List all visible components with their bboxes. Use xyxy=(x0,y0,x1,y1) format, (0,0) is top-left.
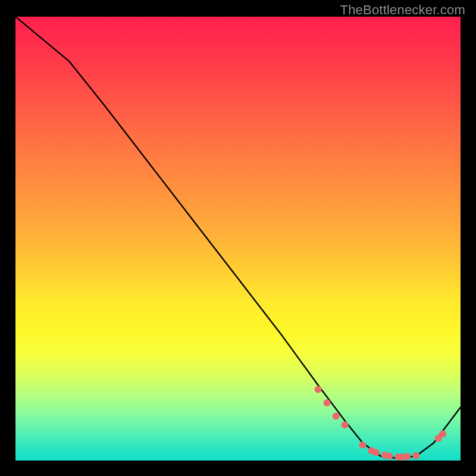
highlight-dot xyxy=(342,421,349,428)
highlight-dot xyxy=(386,453,393,460)
highlight-dot xyxy=(315,386,322,393)
watermark-text: TheBottlenecker.com xyxy=(340,2,465,18)
chart-svg xyxy=(15,17,461,461)
highlight-dot xyxy=(333,412,340,419)
highlight-dot xyxy=(359,441,366,449)
highlight-dots-group xyxy=(315,386,447,461)
highlight-dot xyxy=(403,453,411,460)
chart-container: TheBottlenecker.com xyxy=(0,0,476,476)
highlight-dot xyxy=(412,452,419,459)
highlight-dot xyxy=(372,449,380,456)
bottleneck-curve xyxy=(15,17,461,458)
highlight-dot xyxy=(439,430,446,437)
highlight-dot xyxy=(324,399,331,406)
